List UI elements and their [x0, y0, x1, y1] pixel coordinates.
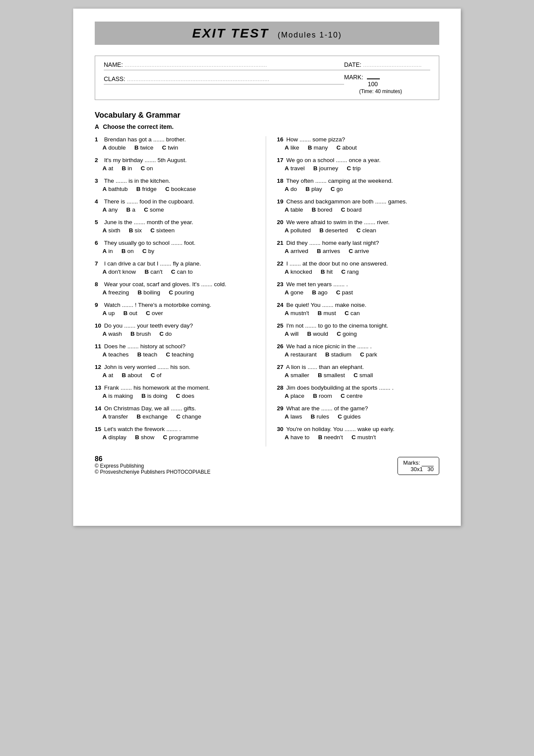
option-26-c: C park: [360, 351, 377, 358]
option-30-b: B needn't: [318, 434, 343, 440]
option-7-c: C can to: [171, 269, 192, 275]
question-options-2: A atB inC on: [95, 165, 257, 172]
option-11-b: B teach: [137, 351, 158, 358]
option-28-a: A place: [285, 393, 304, 399]
question-30: 30 You're on holiday. You ....... wake u…: [277, 426, 439, 440]
question-text-29: 29 What are the ....... of the game?: [277, 405, 439, 412]
option-7-a: A don't know: [102, 269, 136, 275]
option-10-c: C do: [159, 331, 172, 337]
option-9-a: A up: [102, 310, 115, 316]
footer-left: 86 © Express Publishing © Prosveshcheniy…: [95, 455, 211, 475]
option-11-c: C teaching: [166, 351, 194, 358]
option-29-c: C guides: [338, 413, 360, 420]
option-6-c: C by: [143, 248, 155, 254]
question-text-21: 21 Did they ....... home early last nigh…: [277, 240, 439, 246]
option-8-c: C pouring: [169, 289, 194, 296]
question-options-11: A teachesB teachC teaching: [95, 351, 257, 358]
question-options-21: A arrivedB arrivesC arrive: [277, 248, 439, 254]
question-text-19: 19 Chess and backgammon are both .......…: [277, 198, 439, 205]
date-line: DATE: ..................................…: [344, 61, 430, 70]
question-options-19: A tableB boredC board: [277, 206, 439, 213]
option-5-c: C sixteen: [150, 227, 174, 234]
option-4-a: A any: [102, 206, 118, 213]
option-19-a: A table: [285, 206, 303, 213]
option-15-c: C programme: [163, 434, 199, 440]
question-3: 3 The ....... is in the kitchen.A bathtu…: [95, 178, 257, 192]
info-box: NAME: ..................................…: [95, 56, 439, 100]
option-9-c: C over: [146, 310, 163, 316]
option-16-c: C about: [336, 144, 357, 151]
sub-title: A Choose the correct item.: [95, 123, 439, 130]
question-8: 8 Wear your coat, scarf and gloves. It's…: [95, 281, 257, 296]
question-text-20: 20 We were afraid to swim in the .......…: [277, 219, 439, 225]
option-14-a: A transfer: [102, 413, 128, 420]
option-15-a: A display: [102, 434, 127, 440]
option-25-c: C going: [337, 331, 357, 337]
question-17: 17 We go on a school ....... once a year…: [277, 157, 439, 172]
question-options-24: A mustn'tB mustC can: [277, 310, 439, 316]
option-28-b: B room: [313, 393, 332, 399]
question-options-10: A washB brushC do: [95, 331, 257, 337]
question-options-28: A placeB roomC centre: [277, 393, 439, 399]
question-text-24: 24 Be quiet! You ....... make noise.: [277, 302, 439, 308]
question-28: 28 Jim does bodybuilding at the sports .…: [277, 384, 439, 399]
option-13-b: B is doing: [142, 393, 168, 399]
question-text-23: 23 We met ten years ....... .: [277, 281, 439, 287]
question-12: 12 John is very worried ....... his son.…: [95, 364, 257, 378]
option-2-b: B in: [122, 165, 132, 172]
option-10-a: A wash: [102, 331, 122, 337]
class-line: CLASS: .................................…: [104, 75, 344, 84]
question-options-9: A upB outC over: [95, 310, 257, 316]
question-text-16: 16 How ....... some pizza?: [277, 136, 439, 143]
option-4-c: C some: [144, 206, 164, 213]
question-options-14: A transferB exchangeC change: [95, 413, 257, 420]
option-26-b: B stadium: [325, 351, 351, 358]
option-14-c: C change: [176, 413, 201, 420]
option-21-a: A arrived: [285, 248, 308, 254]
option-22-b: B hit: [321, 269, 333, 275]
question-text-28: 28 Jim does bodybuilding at the sports .…: [277, 384, 439, 391]
option-6-a: A in: [102, 248, 113, 254]
question-24: 24 Be quiet! You ....... make noise.A mu…: [277, 302, 439, 316]
option-18-a: A do: [285, 186, 297, 192]
option-18-c: C go: [331, 186, 343, 192]
question-text-25: 25 I'm not ....... to go to the cinema t…: [277, 322, 439, 329]
question-text-27: 27 A lion is ...... than an elephant.: [277, 364, 439, 370]
option-23-a: A gone: [285, 289, 304, 296]
question-16: 16 How ....... some pizza?A likeB manyC …: [277, 136, 439, 151]
option-3-b: B fridge: [137, 186, 157, 192]
option-27-c: C small: [354, 372, 373, 378]
question-18: 18 They often ....... camping at the wee…: [277, 178, 439, 192]
option-8-a: A freezing: [102, 289, 129, 296]
question-options-25: A willB wouldC going: [277, 331, 439, 337]
option-29-a: A laws: [285, 413, 302, 420]
question-options-29: A lawsB rulesC guides: [277, 413, 439, 420]
question-text-2: 2 It's my birthday ....... 5th August.: [95, 157, 257, 163]
question-options-27: A smallerB smallestC small: [277, 372, 439, 378]
option-18-b: B play: [306, 186, 322, 192]
option-25-b: B would: [307, 331, 328, 337]
option-26-a: A restaurant: [285, 351, 317, 358]
left-column: 1 Brendan has got a ....... brother.A do…: [95, 136, 266, 447]
question-text-11: 11 Does he ....... history at school?: [95, 343, 257, 350]
page: EXIT TEST (Modules 1-10) NAME: .........…: [73, 9, 461, 526]
question-9: 9 Watch ....... ! There's a motorbike co…: [95, 302, 257, 316]
option-24-b: B must: [318, 310, 336, 316]
question-11: 11 Does he ....... history at school?A t…: [95, 343, 257, 358]
option-14-b: B exchange: [137, 413, 168, 420]
question-text-1: 1 Brendan has got a ....... brother.: [95, 136, 257, 143]
option-19-c: C board: [341, 206, 362, 213]
option-28-c: C centre: [341, 393, 363, 399]
option-20-b: B deserted: [320, 227, 348, 234]
question-23: 23 We met ten years ....... .A goneB ago…: [277, 281, 439, 296]
question-21: 21 Did they ....... home early last nigh…: [277, 240, 439, 254]
question-text-18: 18 They often ....... camping at the wee…: [277, 178, 439, 184]
question-text-3: 3 The ....... is in the kitchen.: [95, 178, 257, 184]
option-10-b: B brush: [130, 331, 151, 337]
question-options-20: A pollutedB desertedC clean: [277, 227, 439, 234]
option-13-a: A is making: [102, 393, 133, 399]
question-text-9: 9 Watch ....... ! There's a motorbike co…: [95, 302, 257, 308]
question-4: 4 There is ....... food in the cupboard.…: [95, 198, 257, 213]
question-27: 27 A lion is ...... than an elephant.A s…: [277, 364, 439, 378]
option-13-c: C does: [176, 393, 195, 399]
